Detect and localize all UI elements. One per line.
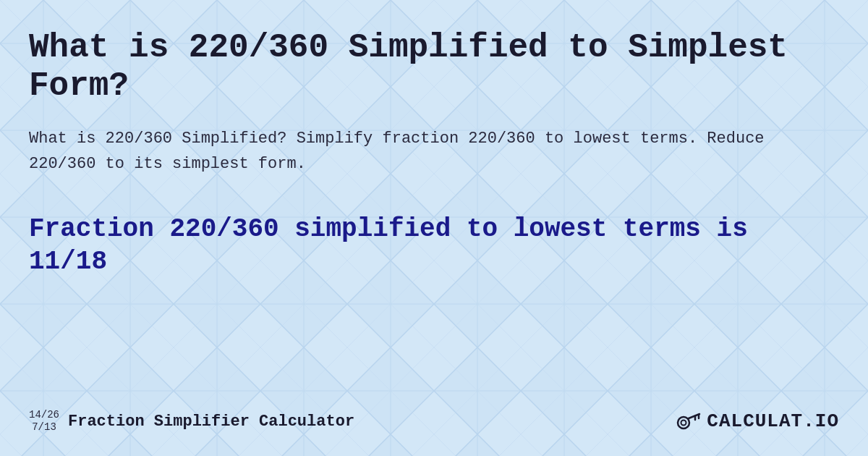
fraction-top: 14/26	[29, 409, 59, 421]
fraction-bottom: 7/13	[32, 421, 56, 434]
svg-point-10	[681, 421, 686, 426]
footer-left: 14/26 7/13 Fraction Simplifier Calculato…	[29, 409, 354, 434]
description-text: What is 220/360 Simplified? Simplify fra…	[29, 126, 839, 177]
result-text: Fraction 220/360 simplified to lowest te…	[29, 213, 839, 278]
footer-right: CALCULAT.IO	[675, 408, 839, 434]
calc-logo: CALCULAT.IO	[707, 410, 839, 432]
fraction-stack: 14/26 7/13	[29, 409, 59, 434]
result-section: Fraction 220/360 simplified to lowest te…	[29, 213, 839, 278]
footer: 14/26 7/13 Fraction Simplifier Calculato…	[29, 394, 839, 434]
calculator-icon	[675, 408, 701, 434]
page-title: What is 220/360 Simplified to Simplest F…	[29, 29, 839, 106]
svg-point-9	[678, 417, 689, 428]
footer-brand: Fraction Simplifier Calculator	[68, 413, 354, 431]
